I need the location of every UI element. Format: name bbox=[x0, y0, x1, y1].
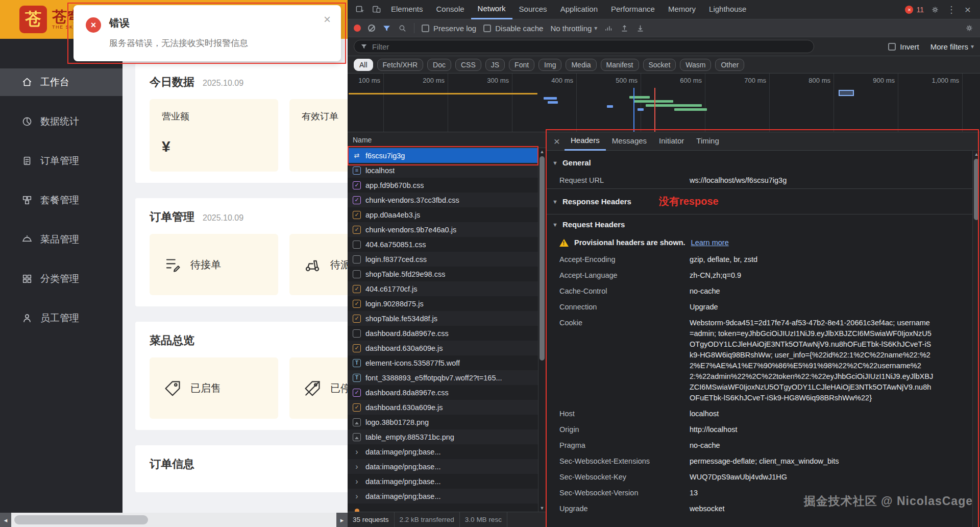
tab-elements[interactable]: Elements bbox=[384, 0, 430, 19]
request-row[interactable] bbox=[348, 504, 546, 512]
request-row[interactable]: ›data:image/png;base... bbox=[348, 489, 546, 504]
learn-more-link[interactable]: Learn more bbox=[691, 238, 729, 247]
sidebar-item-工作台[interactable]: 工作台 bbox=[0, 68, 122, 96]
request-row[interactable]: ✓dashboard.630a609e.js bbox=[348, 341, 546, 355]
name-column-header[interactable]: Name bbox=[348, 132, 546, 148]
request-row[interactable]: ✓login.90288d75.js bbox=[348, 296, 546, 311]
network-overview-timeline[interactable]: 100 ms200 ms300 ms400 ms500 ms600 ms700 … bbox=[348, 74, 980, 132]
scroll-up-icon[interactable]: ▲ bbox=[538, 149, 546, 154]
tab-console[interactable]: Console bbox=[430, 0, 471, 19]
scroll-left-button[interactable]: ◂ bbox=[0, 513, 11, 527]
search-icon[interactable] bbox=[398, 24, 407, 33]
sidebar-item-套餐管理[interactable]: 套餐管理 bbox=[0, 186, 122, 214]
invert-checkbox[interactable]: Invert bbox=[888, 42, 919, 51]
request-list-scrollbar[interactable]: ▲ ▼ bbox=[538, 148, 546, 512]
request-row[interactable]: ›data:image/png;base... bbox=[348, 474, 546, 489]
filter-chip-all[interactable]: All bbox=[354, 59, 373, 71]
tab-performance[interactable]: Performance bbox=[604, 0, 662, 19]
filter-chip-css[interactable]: CSS bbox=[455, 59, 481, 71]
sidebar-item-菜品管理[interactable]: 菜品管理 bbox=[0, 226, 122, 253]
filter-chip-doc[interactable]: Doc bbox=[427, 59, 451, 71]
details-tab-initiator[interactable]: Initiator bbox=[653, 132, 690, 151]
network-filter-field[interactable] bbox=[354, 40, 814, 53]
scrollbar-thumb[interactable] bbox=[540, 156, 545, 361]
request-row[interactable]: ≡localhost bbox=[348, 163, 546, 178]
details-tab-timing[interactable]: Timing bbox=[690, 132, 725, 151]
request-row[interactable]: ✓dashboard.630a609e.js bbox=[348, 400, 546, 415]
request-row[interactable]: Telement-icons.535877f5.woff bbox=[348, 355, 546, 370]
tab-sources[interactable]: Sources bbox=[512, 0, 554, 19]
request-row[interactable]: ⇄f6scsu7ig3g bbox=[348, 148, 546, 163]
tab-lighthouse[interactable]: Lighthouse bbox=[702, 0, 753, 19]
export-har-icon[interactable] bbox=[636, 24, 645, 33]
import-har-icon[interactable] bbox=[620, 24, 629, 33]
toast-close-icon[interactable]: × bbox=[324, 13, 331, 26]
devtools-settings-gear-icon[interactable] bbox=[927, 0, 943, 19]
inspect-element-icon[interactable] bbox=[352, 0, 368, 19]
stat-card[interactable]: 待接单 bbox=[150, 234, 278, 295]
device-toolbar-icon[interactable] bbox=[368, 0, 384, 19]
tab-memory[interactable]: Memory bbox=[662, 0, 702, 19]
filter-chip-socket[interactable]: Socket bbox=[643, 59, 676, 71]
request-row[interactable]: table_empty.885371bc.png bbox=[348, 429, 546, 444]
stat-card[interactable]: 已启售 bbox=[150, 357, 278, 419]
request-row[interactable]: ✓app.d0aa4eb3.js bbox=[348, 207, 546, 222]
timeline-gridline bbox=[769, 74, 770, 132]
network-conditions-icon[interactable] bbox=[604, 24, 613, 33]
sidebar-item-数据统计[interactable]: 数据统计 bbox=[0, 108, 122, 135]
close-details-icon[interactable]: × bbox=[549, 135, 565, 148]
request-row[interactable]: Tfont_3388893_e5ffotpqbv7.woff2?t=165... bbox=[348, 370, 546, 385]
horizontal-scrollbar-thumb[interactable] bbox=[14, 515, 148, 524]
sidebar-item-分类管理[interactable]: 分类管理 bbox=[0, 265, 122, 293]
request-row[interactable]: shopTable.5fd29e98.css bbox=[348, 267, 546, 281]
details-tab-headers[interactable]: Headers bbox=[565, 132, 606, 151]
request-row[interactable]: ✓dashboard.8da8967e.css bbox=[348, 385, 546, 400]
throttling-dropdown[interactable]: No throttling ▾ bbox=[550, 24, 597, 33]
filter-chip-img[interactable]: Img bbox=[538, 59, 561, 71]
request-headers-section-header[interactable]: ▼ Request Headers bbox=[546, 214, 972, 234]
request-row[interactable]: ✓404.c61770cf.js bbox=[348, 281, 546, 296]
request-row[interactable]: logo.38b01728.png bbox=[348, 415, 546, 429]
scroll-right-button[interactable]: ▸ bbox=[336, 513, 348, 527]
details-tab-messages[interactable]: Messages bbox=[606, 132, 653, 151]
request-row[interactable]: ✓app.fd9b670b.css bbox=[348, 178, 546, 193]
tab-network[interactable]: Network bbox=[471, 0, 512, 19]
request-row[interactable]: ✓chunk-vendors.37cc3fbd.css bbox=[348, 193, 546, 207]
network-filter-input[interactable] bbox=[372, 42, 807, 51]
filter-chip-fetch-xhr[interactable]: Fetch/XHR bbox=[377, 59, 423, 71]
scrollbar-thumb[interactable] bbox=[974, 159, 979, 220]
clear-network-log-icon[interactable] bbox=[368, 25, 375, 32]
filter-chip-font[interactable]: Font bbox=[509, 59, 534, 71]
filter-chip-other[interactable]: Other bbox=[715, 59, 744, 71]
sidebar-item-员工管理[interactable]: 员工管理 bbox=[0, 304, 122, 332]
preserve-log-checkbox[interactable]: Preserve log bbox=[422, 24, 476, 33]
record-network-log-button[interactable] bbox=[354, 25, 361, 32]
network-settings-gear-icon[interactable] bbox=[965, 23, 974, 33]
request-row[interactable]: ›data:image/png;base... bbox=[348, 444, 546, 459]
filter-chip-media[interactable]: Media bbox=[566, 59, 596, 71]
more-filters-dropdown[interactable]: More filters ▾ bbox=[930, 42, 974, 51]
request-row[interactable]: ✓chunk-vendors.9b7e46a0.js bbox=[348, 222, 546, 237]
details-scrollbar[interactable]: ▲ bbox=[972, 151, 980, 527]
kebab-menu-icon[interactable]: ⋮ bbox=[943, 0, 960, 19]
response-headers-section-header[interactable]: ▼ Response Headers 没有respose bbox=[546, 188, 972, 214]
scroll-up-icon[interactable]: ▲ bbox=[973, 152, 980, 157]
filter-chip-js[interactable]: JS bbox=[485, 59, 505, 71]
request-row[interactable]: login.f8377ced.css bbox=[348, 252, 546, 267]
filter-toggle-icon[interactable] bbox=[382, 24, 391, 33]
disable-cache-checkbox[interactable]: Disable cache bbox=[483, 24, 543, 33]
general-section-header[interactable]: ▼ General bbox=[546, 153, 972, 173]
filter-chip-wasm[interactable]: Wasm bbox=[680, 59, 711, 71]
sidebar-item-订单管理[interactable]: 订单管理 bbox=[0, 147, 122, 175]
filter-chip-manifest[interactable]: Manifest bbox=[601, 59, 639, 71]
request-row[interactable]: ›data:image/png;base... bbox=[348, 459, 546, 474]
request-row[interactable]: dashboard.8da8967e.css bbox=[348, 326, 546, 341]
scroll-down-icon[interactable]: ▼ bbox=[538, 506, 546, 511]
horizontal-scrollbar[interactable]: ◂ ▸ bbox=[0, 513, 348, 527]
request-row[interactable]: ✓shopTable.fe534d8f.js bbox=[348, 311, 546, 326]
tab-application[interactable]: Application bbox=[554, 0, 604, 19]
console-error-badge[interactable]: × 11 bbox=[902, 6, 927, 14]
request-row[interactable]: 404.6a750851.css bbox=[348, 237, 546, 252]
close-devtools-icon[interactable]: × bbox=[960, 0, 976, 19]
stat-card[interactable]: 营业额¥ bbox=[150, 99, 278, 172]
